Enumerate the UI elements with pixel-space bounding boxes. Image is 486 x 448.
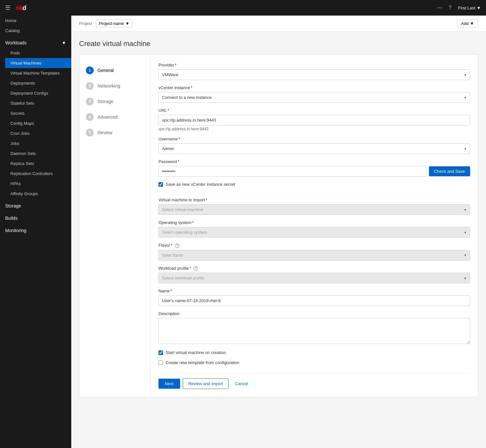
vcenter-field: vCenter instance* Connect to a new insta…	[158, 85, 470, 103]
page-content: Create virtual machine 1 General 2 Netwo…	[71, 32, 486, 405]
sidebar-item-config-maps[interactable]: Config Maps	[5, 118, 71, 128]
flavor-field: Flavor* ? Selet flavor	[158, 243, 470, 261]
sidebar-item-storage[interactable]: Storage	[0, 199, 71, 211]
step-circle-2: 2	[86, 82, 94, 90]
step-label-storage: Storage	[98, 99, 113, 104]
wizard-steps: 1 General 2 Networking 3 Storage 4 Advan…	[79, 55, 151, 397]
sidebar-item-home[interactable]: Home	[0, 16, 71, 26]
sidebar-item-catalog[interactable]: Catalog	[0, 26, 71, 36]
url-hint: vpx://ip.address.in.here:9443	[158, 127, 470, 131]
topnav-right: ◦◦◦ ? First Last ▼	[437, 5, 481, 11]
review-import-button[interactable]: Review and import	[183, 378, 229, 389]
sidebar-item-builds[interactable]: Builds	[0, 211, 71, 223]
next-button[interactable]: Next	[158, 379, 180, 389]
help-icon[interactable]: ?	[449, 5, 452, 11]
name-label: Name*	[158, 289, 470, 293]
project-bar: Project Project-name ▼ Add ▼	[71, 16, 486, 32]
user-name: First Last	[458, 6, 475, 10]
provider-label: Provider*	[158, 63, 470, 67]
check-save-button[interactable]: Check and Save	[429, 166, 470, 176]
sidebar-item-deployment-configs[interactable]: Deployment Configs	[5, 88, 71, 98]
sidebar-item-affinity-groups[interactable]: Affinity Groups	[5, 189, 71, 199]
sidebar-item-cron-jobs[interactable]: Cron Jobs	[5, 128, 71, 138]
hamburger-icon[interactable]: ☰	[5, 4, 10, 11]
url-field: URL* vpx://ip.address.in.here:9443	[158, 108, 470, 131]
flavor-select[interactable]: Selet flavor	[158, 250, 470, 261]
user-dropdown-icon: ▼	[477, 6, 481, 10]
username-label: Username*	[158, 136, 470, 141]
add-dropdown-icon: ▼	[470, 21, 474, 26]
sidebar-item-deployments[interactable]: Deployments	[5, 78, 71, 88]
main-content: Project Project-name ▼ Add ▼ Create virt…	[71, 16, 486, 448]
os-select-wrapper: Select operating system	[158, 227, 470, 238]
project-selector[interactable]: Project-name ▼	[96, 19, 132, 28]
url-label: URL*	[158, 108, 470, 113]
username-field: Username* Admin	[158, 136, 470, 154]
add-button[interactable]: Add ▼	[457, 19, 478, 28]
step-circle-5: 5	[86, 129, 94, 136]
step-circle-3: 3	[86, 98, 94, 105]
project-label: Project	[79, 21, 92, 26]
save-secret-label[interactable]: Save as new vCenter instance secret	[166, 182, 235, 187]
divider-1	[158, 192, 470, 192]
password-row: Check and Save	[158, 166, 470, 177]
provider-field: Provider* VMWare	[158, 63, 470, 80]
sidebar-item-daemon-sets[interactable]: Daemon Sets	[5, 148, 71, 159]
create-template-checkbox[interactable]	[158, 360, 163, 365]
logo: okd	[16, 4, 26, 12]
sidebar-item-replica-sets[interactable]: Replica Sets	[5, 159, 71, 169]
cancel-button[interactable]: Cancel	[231, 379, 252, 389]
action-buttons: Next Review and import Cancel	[158, 373, 470, 389]
sidebar-section-workloads[interactable]: Workloads ▼	[0, 36, 71, 48]
flavor-help-icon[interactable]: ?	[175, 243, 179, 248]
wizard-form-body: Provider* VMWare vCenter instance*	[151, 55, 478, 397]
sidebar-item-hpas[interactable]: HPAs	[5, 179, 71, 189]
sidebar-item-replication-controllers[interactable]: Replication Controllers	[5, 169, 71, 179]
flavor-label: Flavor* ?	[158, 243, 470, 248]
project-dropdown-icon: ▼	[125, 21, 130, 26]
step-circle-4: 4	[86, 113, 94, 121]
create-template-row: Create new template from configuration	[158, 360, 470, 365]
flavor-select-wrapper: Selet flavor	[158, 250, 470, 261]
wizard-step-review[interactable]: 5 Review	[79, 125, 150, 140]
workload-select[interactable]: Select workload profile	[158, 273, 470, 283]
description-textarea[interactable]	[158, 318, 470, 344]
sidebar-item-jobs[interactable]: Jobs	[5, 138, 71, 148]
username-select-wrapper: Admin	[158, 143, 470, 154]
project-name: Project-name	[99, 21, 124, 26]
create-template-label[interactable]: Create new template from configuration	[166, 360, 239, 365]
sidebar-item-stateful-sets[interactable]: Stateful Sets	[5, 98, 71, 108]
sidebar-item-virtual-machine-templates[interactable]: Virtual Machine Templates	[5, 68, 71, 78]
password-label: Password*	[158, 159, 470, 164]
sidebar-item-pods[interactable]: Pods	[5, 48, 71, 58]
os-label: Operating system*	[158, 220, 470, 225]
os-select[interactable]: Select operating system	[158, 227, 470, 238]
wizard-step-general[interactable]: 1 General	[79, 63, 150, 78]
url-input[interactable]	[158, 115, 470, 125]
vm-import-label: Virtual machine to import*	[158, 197, 470, 202]
sidebar: Home Catalog Workloads ▼ Pods Virtual Ma…	[0, 16, 71, 448]
vm-import-select-wrapper: Select virtual machine	[158, 204, 470, 215]
sidebar-item-monitoring[interactable]: Monitoring	[0, 223, 71, 236]
name-input[interactable]	[158, 295, 470, 306]
password-input[interactable]	[158, 166, 426, 177]
wizard-step-storage[interactable]: 3 Storage	[79, 94, 150, 109]
wizard-step-networking[interactable]: 2 Networking	[79, 78, 150, 94]
start-vm-checkbox[interactable]	[158, 350, 163, 355]
provider-select[interactable]: VMWare	[158, 69, 470, 80]
workload-field: Workload profile* ? Select workload prof…	[158, 266, 470, 284]
wizard-step-advanced[interactable]: 4 Advanced	[79, 109, 150, 125]
os-field: Operating system* Select operating syste…	[158, 220, 470, 238]
start-vm-label[interactable]: Start virtual machine on creation	[166, 350, 226, 355]
username-select[interactable]: Admin	[158, 143, 470, 154]
vm-import-select[interactable]: Select virtual machine	[158, 204, 470, 215]
workloads-submenu: Pods Virtual Machines Virtual Machine Te…	[0, 48, 71, 199]
description-label: Description	[158, 311, 470, 316]
grid-icon[interactable]: ◦◦◦	[437, 5, 442, 11]
user-menu[interactable]: First Last ▼	[458, 6, 481, 10]
vcenter-select[interactable]: Connect to a new instance	[158, 92, 470, 103]
sidebar-item-virtual-machines[interactable]: Virtual Machines	[5, 58, 71, 68]
workload-help-icon[interactable]: ?	[193, 266, 198, 271]
save-secret-checkbox[interactable]	[158, 182, 163, 187]
sidebar-item-secrets[interactable]: Secrets	[5, 108, 71, 118]
